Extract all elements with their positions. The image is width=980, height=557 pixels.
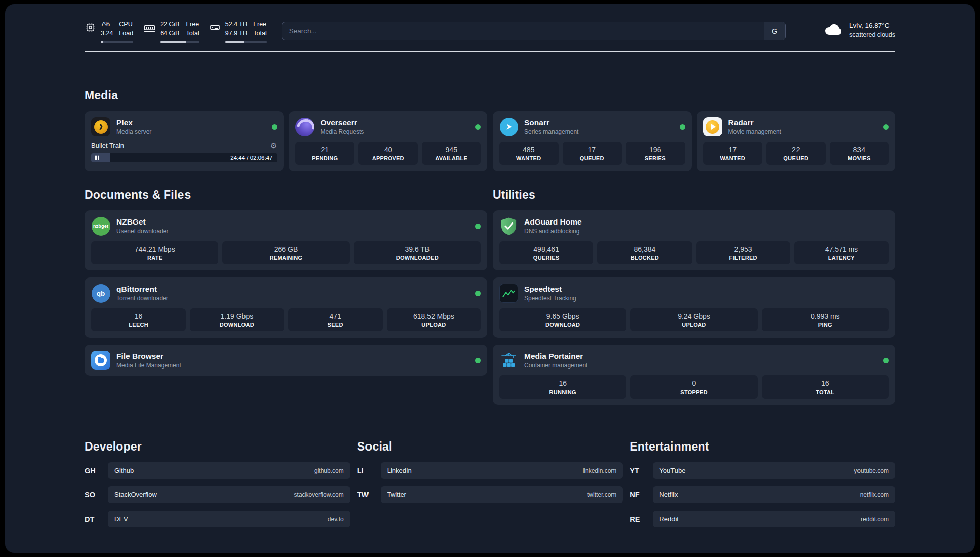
cpu-metric: 7% 3.24 CPU Load [85, 20, 133, 43]
bookmark-netflix[interactable]: NF Netflix netflix.com [630, 486, 895, 503]
app-subtitle: Torrent downloader [116, 295, 168, 302]
disk-icon [209, 22, 221, 33]
radarr-card[interactable]: Radarr Movie management 17 WANTED 22 QUE… [697, 111, 896, 171]
sonarr-card[interactable]: Sonarr Series management 485 WANTED 17 Q… [493, 111, 692, 171]
bookmark-abbr: TW [357, 491, 381, 499]
gear-icon[interactable]: ⚙ [270, 142, 277, 149]
media-section-title: Media [85, 89, 895, 102]
app-name: Plex [116, 118, 151, 127]
app-name: Media Portainer [524, 352, 587, 361]
app-name: AdGuard Home [524, 217, 582, 227]
bookmark-domain: github.com [314, 467, 344, 474]
stat-tile: 16 TOTAL [762, 375, 889, 399]
stat-tile: 40 APPROVED [358, 142, 418, 165]
stat-tile: 0 STOPPED [630, 375, 757, 399]
bookmark-github[interactable]: GH Github github.com [85, 462, 350, 479]
app-subtitle: Series management [524, 128, 578, 135]
stat-tile: 86,384 BLOCKED [597, 241, 692, 264]
qbittorrent-card[interactable]: qb qBittorrent Torrent downloader 16 LEE… [85, 277, 487, 338]
bookmark-name: LinkedIn [387, 467, 412, 474]
stat-tile: 9.24 Gbps UPLOAD [630, 308, 757, 331]
search-input[interactable] [282, 22, 764, 40]
bookmark-linkedin[interactable]: LI LinkedIn linkedin.com [357, 462, 623, 479]
search-engine-button[interactable]: G [764, 22, 785, 40]
stat-tile: 16 LEECH [91, 308, 186, 331]
bookmark-name: Twitter [387, 491, 406, 498]
bookmark-domain: linkedin.com [583, 467, 617, 474]
stat-tile: 0.993 ms PING [762, 308, 889, 331]
now-playing-title: Bullet Train [91, 142, 124, 149]
bookmark-twitter[interactable]: TW Twitter twitter.com [357, 486, 623, 503]
bookmark-dev[interactable]: DT DEV dev.to [85, 511, 350, 527]
cpu-values: 7% 3.24 [101, 20, 113, 38]
stat-tile: 2,953 FILTERED [696, 241, 790, 264]
dashboard: 7% 3.24 CPU Load [5, 4, 975, 553]
ram-metric: 22 GiB 64 GiB Free Total [143, 20, 199, 43]
status-dot [272, 124, 277, 130]
developer-section-title: Developer [85, 440, 350, 454]
bookmark-stackoverflow[interactable]: SO StackOverflow stackoverflow.com [85, 486, 350, 503]
portainer-icon [499, 351, 518, 370]
overseerr-card[interactable]: Overseerr Media Requests 21 PENDING 40 A… [289, 111, 488, 171]
nzbget-card[interactable]: nzbget NZBGet Usenet downloader 744.21 M… [85, 210, 487, 270]
bookmark-domain: dev.to [328, 516, 344, 523]
status-dot [475, 224, 481, 229]
topbar: 7% 3.24 CPU Load [85, 4, 895, 43]
bookmark-reddit[interactable]: RE Reddit reddit.com [630, 511, 895, 527]
bookmarks-section: Developer GH Github github.com SO StackO… [85, 440, 895, 527]
ram-labels: Free Total [186, 20, 199, 38]
plex-icon [91, 117, 110, 136]
plex-card[interactable]: Plex Media server Bullet Train ⚙ 24:44 /… [85, 111, 284, 171]
topbar-divider [85, 51, 895, 52]
bookmark-name: Reddit [659, 515, 679, 523]
cpu-progress-fill [101, 41, 103, 43]
disk-labels: Free Total [253, 20, 266, 38]
radarr-icon [703, 117, 722, 136]
cpu-percent: 7% [101, 20, 113, 29]
entertainment-column: Entertainment YT YouTube youtube.com NF … [630, 440, 895, 527]
adguard-card[interactable]: AdGuard Home DNS and adblocking 498,461 … [493, 210, 895, 270]
app-subtitle: Usenet downloader [116, 228, 168, 235]
disk-progress-fill [225, 41, 245, 43]
documents-section-title: Documents & Files [85, 188, 487, 202]
cpu-load-value: 3.24 [101, 29, 113, 38]
app-name: File Browser [116, 352, 181, 361]
stat-tile: 196 SERIES [626, 142, 685, 165]
stat-tile: 22 QUEUED [766, 142, 826, 165]
status-dot [680, 124, 685, 130]
stat-tile: 1.19 Gbps DOWNLOAD [190, 308, 284, 331]
filebrowser-card[interactable]: File Browser Media File Management [85, 345, 487, 376]
pause-icon[interactable] [95, 156, 99, 160]
weather-location: Lviv, 16.87°C [849, 21, 895, 31]
stat-tile: 945 AVAILABLE [422, 142, 481, 165]
system-metrics: 7% 3.24 CPU Load [85, 20, 267, 43]
bookmark-youtube[interactable]: YT YouTube youtube.com [630, 462, 895, 479]
stat-tile: 16 RUNNING [499, 375, 626, 399]
developer-column: Developer GH Github github.com SO StackO… [85, 440, 350, 527]
bookmark-domain: stackoverflow.com [294, 491, 344, 498]
overseerr-icon [295, 117, 315, 136]
app-name: Overseerr [321, 118, 364, 127]
adguard-icon [499, 216, 518, 236]
cpu-progress-bar [101, 41, 133, 43]
weather-condition: scattered clouds [849, 31, 895, 40]
speedtest-card[interactable]: Speedtest Speedtest Tracking 9.65 Gbps D… [493, 277, 895, 338]
playback-time: 24:44 / 02:06:47 [230, 155, 272, 161]
bookmark-name: Netflix [659, 491, 678, 498]
bookmark-name: Github [114, 467, 134, 474]
stat-tile: 17 WANTED [703, 142, 763, 165]
status-dot [883, 124, 889, 130]
documents-column: Documents & Files nzbget NZBGet Usenet d… [85, 188, 487, 376]
playback-progress-fill [91, 153, 110, 162]
search-bar: G [282, 22, 786, 40]
status-dot [475, 124, 481, 130]
playback-progress-bar[interactable]: 24:44 / 02:06:47 [91, 153, 277, 162]
entertainment-section-title: Entertainment [630, 440, 895, 454]
stat-tile: 21 PENDING [295, 142, 355, 165]
social-column: Social LI LinkedIn linkedin.com TW Twitt… [357, 440, 623, 503]
bookmark-domain: twitter.com [587, 491, 616, 498]
portainer-card[interactable]: Media Portainer Container management 16 … [493, 345, 895, 405]
bookmark-name: StackOverflow [114, 491, 157, 498]
cloud-icon [823, 22, 844, 39]
bookmark-abbr: DT [85, 515, 108, 523]
